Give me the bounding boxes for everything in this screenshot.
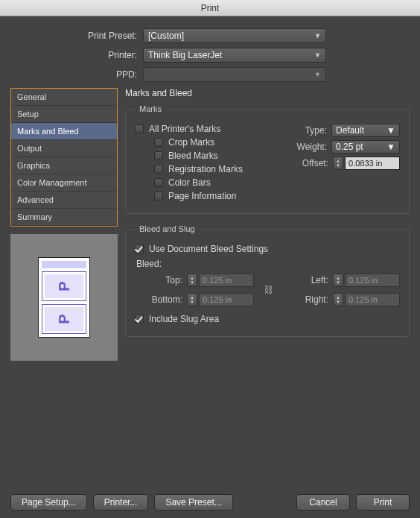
checkbox-box — [154, 151, 163, 160]
bleed-marks-checkbox[interactable]: Bleed Marks — [154, 151, 281, 161]
chevron-down-icon: ▼ — [386, 142, 395, 152]
offset-label: Offset: — [302, 158, 328, 168]
printer-value: Think Big LaserJet — [148, 50, 222, 60]
print-preset-select[interactable]: [Custom] ▼ — [143, 28, 326, 43]
sidebar-item-summary[interactable]: Summary — [11, 209, 117, 226]
bleed-slug-group: Bleed and Slug Use Document Bleed Settin… — [125, 224, 410, 337]
bleed-right-label: Right: — [284, 294, 328, 305]
chevron-down-icon: ▼ — [386, 125, 395, 136]
color-bars-checkbox[interactable]: Color Bars — [154, 177, 281, 188]
panel-title: Marks and Bleed — [125, 88, 410, 98]
registration-marks-label: Registration Marks — [168, 164, 243, 174]
window-titlebar: Print — [0, 0, 420, 16]
all-printers-marks-checkbox[interactable]: All Printer's Marks — [135, 124, 281, 134]
offset-input[interactable] — [345, 157, 400, 170]
ppd-label: PPD: — [10, 69, 143, 80]
sidebar-item-advanced[interactable]: Advanced — [11, 192, 117, 209]
preview-top-half: P — [42, 271, 86, 301]
bleed-right-input — [345, 293, 400, 306]
chevron-down-icon: ▼ — [314, 32, 321, 40]
checkbox-box — [135, 315, 144, 323]
window-title: Print — [201, 3, 220, 13]
print-preset-value: [Custom] — [148, 31, 184, 41]
stepper-arrows: ▲▼ — [187, 274, 197, 287]
type-select[interactable]: Default ▼ — [331, 124, 400, 137]
weight-select[interactable]: 0.25 pt ▼ — [331, 140, 400, 154]
type-label: Type: — [305, 125, 327, 136]
marks-group: Marks All Printer's Marks Crop Marks — [125, 104, 410, 214]
page-preview: P P — [10, 234, 118, 361]
bottom-button-bar: Page Setup... Printer... Save Preset... … — [10, 494, 410, 511]
type-value: Default — [336, 125, 364, 136]
stepper-arrows: ▲▼ — [333, 274, 343, 287]
preview-header-stripe — [42, 261, 86, 268]
printer-select[interactable]: Think Big LaserJet ▼ — [143, 48, 326, 63]
weight-label: Weight: — [297, 142, 327, 152]
bleed-bottom-stepper: ▲▼ — [187, 293, 254, 306]
checkbox-box — [154, 178, 163, 187]
bleed-top-stepper: ▲▼ — [187, 274, 254, 287]
sidebar-item-graphics[interactable]: Graphics — [11, 157, 117, 174]
include-slug-label: Include Slug Area — [149, 314, 219, 324]
chevron-down-icon: ▼ — [314, 51, 321, 59]
sidebar-item-output[interactable]: Output — [11, 140, 117, 157]
use-document-bleed-label: Use Document Bleed Settings — [149, 244, 268, 254]
page-information-label: Page Information — [168, 191, 236, 201]
registration-marks-checkbox[interactable]: Registration Marks — [154, 164, 281, 174]
bleed-bottom-input — [199, 293, 254, 306]
ppd-select: ▼ — [143, 67, 326, 82]
sidebar-item-marks-and-bleed[interactable]: Marks and Bleed — [11, 123, 117, 140]
stepper-arrows[interactable]: ▲▼ — [333, 157, 343, 170]
preview-page: P P — [38, 257, 90, 338]
stepper-arrows: ▲▼ — [333, 293, 343, 306]
stepper-arrows: ▲▼ — [187, 293, 197, 306]
include-slug-checkbox[interactable]: Include Slug Area — [135, 314, 400, 324]
checkbox-box — [154, 165, 163, 174]
bleed-top-label: Top: — [138, 275, 182, 285]
bleed-left-stepper: ▲▼ — [333, 274, 400, 287]
print-preset-label: Print Preset: — [10, 31, 143, 41]
all-printers-marks-label: All Printer's Marks — [149, 124, 220, 134]
color-bars-label: Color Bars — [168, 177, 211, 188]
bleed-left-label: Left: — [284, 275, 328, 285]
use-document-bleed-checkbox[interactable]: Use Document Bleed Settings — [135, 244, 400, 254]
page-information-checkbox[interactable]: Page Information — [154, 191, 281, 201]
preview-bottom-half: P — [42, 304, 86, 334]
checkbox-box — [154, 138, 163, 147]
sidebar-item-color-management[interactable]: Color Management — [11, 174, 117, 192]
printer-button[interactable]: Printer... — [93, 494, 149, 511]
sidebar-item-general[interactable]: General — [11, 89, 117, 106]
offset-stepper[interactable]: ▲▼ — [333, 157, 400, 170]
bleed-top-input — [199, 274, 254, 287]
crop-marks-label: Crop Marks — [168, 137, 214, 148]
category-sidebar: General Setup Marks and Bleed Output Gra… — [10, 88, 118, 227]
bleed-marks-label: Bleed Marks — [168, 151, 218, 161]
page-setup-button[interactable]: Page Setup... — [10, 494, 87, 511]
checkbox-box — [135, 244, 144, 253]
weight-value: 0.25 pt — [336, 142, 363, 152]
crop-marks-checkbox[interactable]: Crop Marks — [154, 137, 281, 148]
link-icon[interactable]: ⛓ — [264, 285, 273, 295]
checkbox-box — [154, 192, 163, 200]
cancel-button[interactable]: Cancel — [296, 494, 350, 511]
chevron-down-icon: ▼ — [314, 71, 321, 78]
bleed-right-stepper: ▲▼ — [333, 293, 400, 306]
print-button[interactable]: Print — [356, 494, 410, 511]
printer-label: Printer: — [10, 50, 143, 60]
checkbox-box — [135, 124, 144, 133]
save-preset-button[interactable]: Save Preset... — [154, 494, 232, 511]
sidebar-item-setup[interactable]: Setup — [11, 106, 117, 123]
marks-legend: Marks — [135, 104, 166, 113]
bleed-left-input — [345, 274, 400, 287]
bleed-header-label: Bleed: — [136, 259, 400, 269]
bleed-slug-legend: Bleed and Slug — [135, 224, 200, 233]
bleed-bottom-label: Bottom: — [138, 294, 182, 305]
